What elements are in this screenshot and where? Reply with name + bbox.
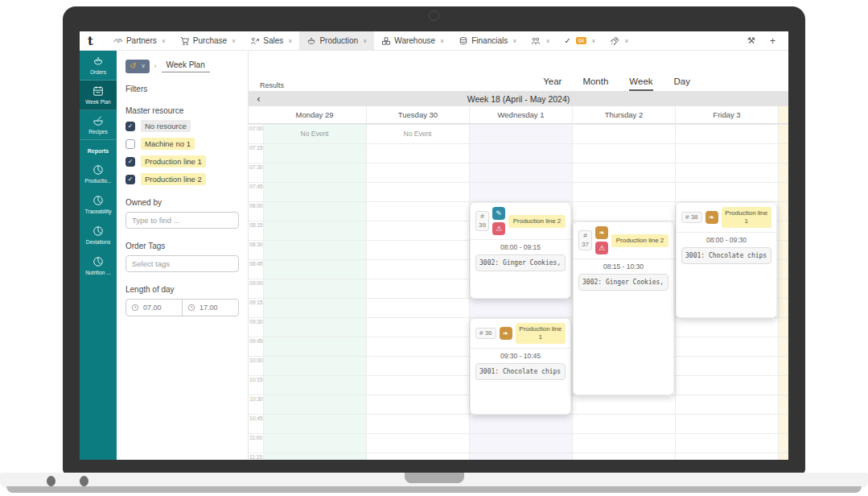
day-header-friday[interactable]: Friday 3 (675, 106, 778, 123)
pie-chart-icon (93, 225, 104, 237)
tab-month[interactable]: Month (582, 76, 608, 91)
filters-title: Filters (125, 85, 239, 93)
history-icon: ↺ (130, 62, 136, 70)
sidebar-item-recipes[interactable]: Recipes (80, 110, 117, 140)
week-plan-calendar: Results Year Month Week Day ‹ Week 18 (A… (249, 51, 788, 460)
edit-icon[interactable]: ✎ (492, 207, 505, 220)
webcam-icon (429, 10, 439, 21)
tools-icon[interactable]: ⚒ (747, 35, 755, 46)
owned-by-input[interactable] (125, 212, 239, 229)
nav-item-launch[interactable]: ∨ (603, 31, 636, 50)
time-label: 09:30 (249, 319, 263, 324)
handshake-icon (113, 36, 123, 46)
tab-week[interactable]: Week (629, 76, 652, 91)
resource-filter-row[interactable]: ✓Production line 1 (125, 155, 239, 167)
column-divider (263, 124, 264, 460)
event-item-box[interactable]: 3002: Ginger Cookies, 8* (475, 254, 566, 271)
rocket-icon (610, 36, 619, 46)
time-grid: 07:0007:1507:3007:4508:0008:1508:3008:45… (249, 124, 788, 460)
sidebar-item-deviations[interactable]: Deviations (80, 220, 117, 250)
warning-icon[interactable]: ⚠ (595, 242, 608, 254)
sidebar-item-orders[interactable]: Orders (80, 51, 117, 81)
nav-item-financials[interactable]: Financials ∨ (451, 31, 524, 50)
nav-item-warehouse[interactable]: Warehouse ∨ (374, 31, 451, 50)
sidebar-item-production-report[interactable]: Productio... (80, 159, 117, 189)
nav-item-production[interactable]: Production ∨ (299, 31, 374, 50)
day-header-wednesday[interactable]: Wednesday 1 (469, 106, 572, 123)
nav-item-partners[interactable]: Partners ∨ (106, 31, 173, 50)
time-label: 10:15 (249, 377, 263, 382)
event-item-box[interactable]: 3001: Chocolate chips co (681, 247, 771, 264)
resource-filter-row[interactable]: ✓Production line 2 (125, 173, 239, 185)
day-header-thursday[interactable]: Thursday 2 (572, 106, 675, 123)
event-resource-badge: Production line 1 (722, 207, 771, 228)
progress-icon[interactable]: ❧ (595, 226, 608, 239)
chevron-down-icon: ∨ (288, 38, 292, 44)
people-icon (531, 36, 541, 46)
progress-icon[interactable]: ❧ (706, 211, 718, 224)
length-of-day-label: Length of day (125, 285, 239, 294)
breadcrumb-page[interactable]: Week Plan (162, 60, 210, 72)
time-label: 10:00 (249, 358, 263, 363)
laptop-screen-bezel: t Partners ∨ Purchase ∨ Sales ∨ (63, 6, 805, 474)
event-item-box[interactable]: 3002: Ginger Cookies, 8* (578, 274, 668, 291)
warning-icon[interactable]: ⚠ (492, 222, 505, 235)
tab-day[interactable]: Day (674, 76, 690, 91)
results-header: Results Year Month Week Day (249, 73, 788, 91)
nav-item-purchase[interactable]: Purchase ∨ (173, 31, 243, 50)
nav-item-sales[interactable]: Sales ∨ (243, 31, 299, 50)
nav-item-tasks[interactable]: ✓ 64 ∨ (557, 31, 603, 50)
add-button[interactable]: + (770, 35, 775, 47)
chevron-down-icon: ∨ (512, 38, 516, 44)
day-header-tuesday[interactable]: Tuesday 30 (366, 106, 469, 123)
event-card[interactable]: # 38❧Production line 108:00 - 09:303001:… (676, 202, 777, 318)
event-item-box[interactable]: 3001: Chocolate chips co (475, 363, 566, 380)
day-start-input[interactable]: 07.00 (126, 300, 182, 316)
checkbox[interactable]: ✓ (125, 122, 135, 131)
tab-year[interactable]: Year (543, 76, 562, 91)
sidebar-item-week-plan[interactable]: Week Plan (80, 81, 117, 110)
time-slot-row[interactable]: 07:45 (249, 182, 788, 201)
event-card[interactable]: # 37❧⚠Production line 208:15 - 10:303002… (573, 221, 674, 395)
resource-label: Machine no 1 (141, 138, 195, 150)
time-slot-row[interactable]: 10:45 (249, 414, 788, 433)
checkbox[interactable]: ✓ (125, 175, 135, 184)
nav-item-hr[interactable]: ∨ (524, 31, 557, 50)
time-slot-row[interactable]: 07:30 (249, 163, 788, 182)
checkbox[interactable] (125, 139, 135, 149)
resource-filter-row[interactable]: Machine no 1 (125, 138, 239, 150)
time-label: 09:45 (249, 338, 263, 344)
app-logo[interactable]: t (88, 34, 93, 48)
laptop-bottom-edge (6, 486, 862, 493)
day-end-input[interactable]: 17.00 (182, 300, 238, 316)
checkbox[interactable]: ✓ (125, 157, 135, 167)
sidebar-item-nutrition[interactable]: Nutrition ... (80, 250, 117, 281)
breadcrumb: ↺ ∨ › Week Plan (125, 56, 239, 76)
coins-icon (459, 36, 468, 46)
order-tags-input[interactable] (125, 255, 239, 272)
results-label: Results (260, 81, 284, 89)
time-label: 08:15 (249, 222, 263, 228)
task-count-badge: 64 (576, 37, 586, 44)
length-of-day-range: 07.00 17.00 (125, 299, 239, 316)
history-button[interactable]: ↺ ∨ (125, 60, 150, 73)
clock-icon (131, 304, 139, 312)
chevron-down-icon: ∨ (363, 38, 367, 44)
sidebar-item-traceability[interactable]: Traceability (80, 189, 117, 220)
warehouse-icon (381, 36, 391, 46)
view-tabs: Year Month Week Day (543, 76, 690, 91)
time-slot-row[interactable]: 11:15 (249, 453, 788, 460)
day-header-monday[interactable]: Monday 29 (263, 106, 366, 123)
event-card[interactable]: # 36❧Production line 109:30 - 10:453001:… (470, 318, 571, 415)
column-divider (366, 124, 367, 460)
resource-filter-row[interactable]: ✓No resource (125, 120, 239, 132)
progress-icon[interactable]: ❧ (500, 327, 512, 340)
event-card[interactable]: # 39✎⚠Production line 208:00 - 09:153002… (470, 202, 571, 299)
event-time-range: 08:15 - 10:30 (578, 262, 668, 271)
pot-icon (93, 56, 104, 67)
event-id-badge: # 38 (681, 212, 702, 223)
time-slot-row[interactable]: 11:00 (249, 433, 788, 453)
time-label: 11:00 (249, 435, 262, 440)
column-divider (778, 124, 779, 460)
time-slot-row[interactable]: 07:15 (249, 143, 788, 163)
